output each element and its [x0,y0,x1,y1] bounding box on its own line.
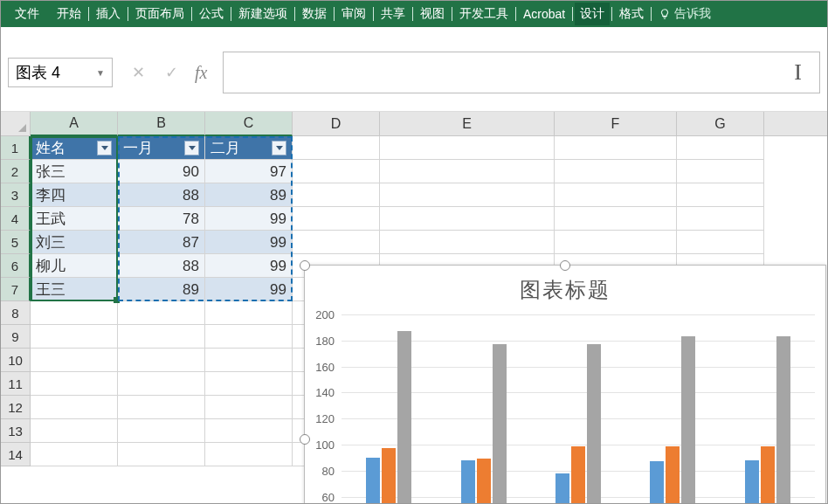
bar-合计[interactable] [587,344,601,504]
cell[interactable]: 87 [118,231,205,254]
cell[interactable]: 90 [118,160,205,183]
chart-object[interactable]: 图表标题 020406080100120140160180200 张三李四王武刘… [304,265,826,504]
cancel-icon[interactable]: ✕ [128,63,148,82]
col-header-G[interactable]: G [677,112,764,135]
y-tick-label: 120 [315,412,335,425]
fx-icon[interactable]: fx [195,63,207,83]
tab-insert[interactable]: 插入 [91,3,126,25]
tab-layout[interactable]: 页面布局 [130,3,190,25]
bar-合计[interactable] [681,336,695,504]
row-header[interactable]: 5 [1,231,31,254]
resize-handle[interactable] [560,260,570,271]
cell[interactable]: 89 [118,278,205,301]
select-all-corner[interactable] [1,112,31,135]
bar-一月[interactable] [366,458,380,504]
bar-group[interactable] [531,314,625,504]
cell[interactable]: 张三 [31,160,118,183]
bar-二月[interactable] [571,446,585,505]
row-header[interactable]: 11 [1,372,31,396]
sheet-area: A B C D E F G 1 姓名 一月 二月 2张三9097 3李四8889… [1,112,827,466]
tab-newoption[interactable]: 新建选项 [233,3,293,25]
cell[interactable]: 88 [118,183,205,207]
row-header[interactable]: 2 [1,160,31,183]
cell[interactable]: 78 [118,207,205,231]
bar-二月[interactable] [477,459,491,504]
table-header-m2[interactable]: 二月 [205,136,293,160]
bar-一月[interactable] [461,460,475,504]
row-header[interactable]: 1 [1,136,31,160]
cell[interactable]: 刘三 [31,231,118,254]
tab-format[interactable]: 格式 [614,3,649,25]
bar-group[interactable] [721,314,815,504]
cell[interactable]: 99 [205,278,293,301]
table-header-name[interactable]: 姓名 [31,136,118,160]
tab-file[interactable]: 文件 [6,3,52,25]
tab-design[interactable]: 设计 [575,3,610,25]
row-header[interactable]: 4 [1,207,31,231]
y-tick-label: 180 [315,334,335,347]
name-box-value: 图表 4 [16,62,60,83]
y-tick-label: 140 [315,386,335,399]
bar-合计[interactable] [397,331,411,504]
tab-acrobat[interactable]: Acrobat [518,3,570,24]
col-header-E[interactable]: E [380,112,555,135]
filter-icon[interactable] [184,141,199,155]
filter-icon[interactable] [272,141,286,155]
tab-review[interactable]: 审阅 [336,3,371,25]
cell[interactable]: 89 [205,183,293,207]
bar-一月[interactable] [650,461,664,504]
column-headers: A B C D E F G [1,112,827,136]
enter-icon[interactable]: ✓ [162,63,181,82]
col-header-F[interactable]: F [555,112,677,135]
resize-handle[interactable] [300,260,310,271]
filter-icon[interactable] [97,141,112,155]
cell[interactable]: 王武 [31,207,118,231]
cell[interactable]: 王三 [31,278,118,301]
bar-group[interactable] [436,314,530,504]
cell[interactable]: 99 [205,254,293,278]
cell[interactable]: 柳儿 [31,254,118,278]
tab-dev[interactable]: 开发工具 [454,3,514,25]
col-header-D[interactable]: D [293,112,380,135]
y-tick-label: 60 [322,490,335,503]
chart-title[interactable]: 图表标题 [305,276,825,304]
col-header-C[interactable]: C [205,112,293,136]
row-header[interactable]: 9 [1,325,31,349]
cell[interactable]: 99 [205,207,293,231]
row-header[interactable]: 10 [1,349,31,372]
plot-area[interactable] [342,314,815,504]
cell[interactable]: 97 [205,160,293,183]
row-header[interactable]: 14 [1,443,31,466]
bar-合计[interactable] [493,344,507,504]
tab-data[interactable]: 数据 [297,3,332,25]
col-header-B[interactable]: B [118,112,205,136]
table-header-m1[interactable]: 一月 [118,136,205,160]
bar-二月[interactable] [382,448,396,504]
tab-formula[interactable]: 公式 [194,3,229,25]
row-header[interactable]: 3 [1,183,31,207]
row-header[interactable]: 8 [1,301,31,325]
tab-home[interactable]: 开始 [52,3,86,25]
row-header[interactable]: 6 [1,254,31,278]
cell[interactable]: 99 [205,231,293,254]
bar-一月[interactable] [745,460,759,504]
bar-一月[interactable] [555,473,569,504]
bar-合计[interactable] [776,336,790,504]
bar-二月[interactable] [761,446,775,505]
y-tick-label: 100 [315,438,335,452]
tell-me[interactable]: 告诉我 [653,3,716,25]
formula-bar-row: 图表 4 ▼ ✕ ✓ fx I [1,27,827,112]
row-header[interactable]: 7 [1,278,31,301]
row-header[interactable]: 13 [1,419,31,443]
bar-group[interactable] [625,314,720,504]
name-box[interactable]: 图表 4 ▼ [8,58,113,87]
cell[interactable]: 李四 [31,183,118,207]
tab-view[interactable]: 视图 [415,3,450,25]
bar-group[interactable] [342,314,436,504]
formula-bar[interactable]: I [223,52,820,93]
tab-share[interactable]: 共享 [376,3,411,25]
col-header-A[interactable]: A [31,112,118,136]
cell[interactable]: 88 [118,254,205,278]
row-header[interactable]: 12 [1,396,31,419]
bar-二月[interactable] [666,446,680,505]
